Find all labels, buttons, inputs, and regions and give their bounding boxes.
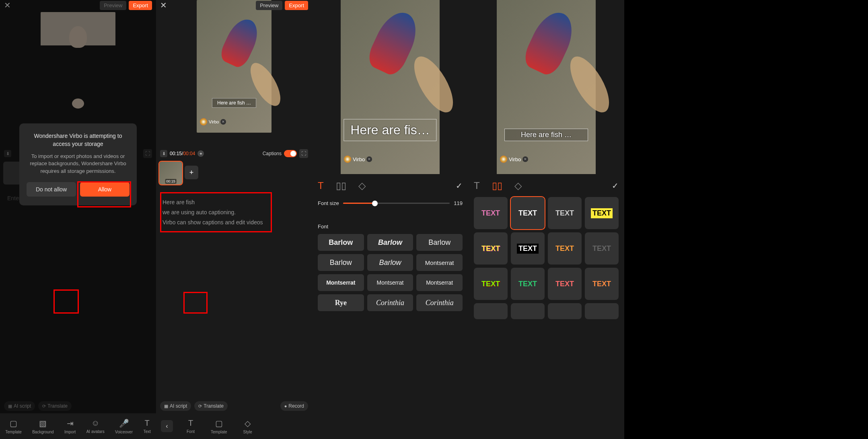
virbo-close-icon[interactable]: ✕ — [522, 156, 528, 162]
font-option[interactable]: Montserrat — [416, 274, 463, 291]
preview-button[interactable]: Preview — [256, 1, 282, 10]
translate-button[interactable]: ⟳Translate — [194, 401, 228, 411]
text-style-option[interactable] — [474, 303, 508, 319]
nav-label: Template — [211, 430, 227, 434]
allow-button[interactable]: Allow — [80, 182, 130, 197]
nav-background[interactable]: ▧Background — [30, 417, 56, 436]
nav-label: Background — [32, 430, 53, 434]
text-style-option[interactable]: TEXT — [585, 268, 619, 300]
text-style-option[interactable]: TEXT — [585, 232, 619, 265]
text-icon: T — [144, 418, 149, 428]
font-option[interactable]: Barlow — [318, 234, 364, 251]
font-option[interactable]: Montserrat — [367, 274, 413, 291]
text-style-option[interactable]: TEXT — [474, 232, 508, 265]
nav-label: Voiceover — [115, 430, 133, 434]
transcript-line: Here are fish — [162, 197, 306, 207]
tab-font[interactable]: T — [474, 180, 480, 191]
video-preview[interactable]: Here are fish … Virbo ✕ — [497, 0, 596, 174]
nav-template[interactable]: ▢Template — [208, 417, 230, 436]
clip-thumbnail[interactable]: 00:15 — [159, 162, 182, 185]
clip-duration: 00:15 — [165, 179, 177, 184]
font-size-slider[interactable] — [343, 203, 450, 204]
transcript-line: Virbo can show captions and edit videos — [162, 217, 306, 228]
font-option[interactable]: Montserrat — [318, 274, 364, 291]
translate-icon: ⟳ — [198, 404, 202, 409]
slider-thumb[interactable] — [372, 201, 378, 206]
ai-script-button[interactable]: ▦AI script — [160, 401, 191, 411]
tab-font[interactable]: T — [318, 180, 324, 191]
close-icon[interactable]: ✕ — [4, 0, 11, 10]
font-size-label: Font size — [318, 200, 339, 206]
transcript-line: we are using auto captioning. — [162, 207, 306, 217]
text-style-option[interactable] — [511, 303, 545, 319]
font-icon: T — [188, 418, 193, 428]
virbo-logo-icon — [344, 156, 351, 163]
virbo-logo-icon — [200, 118, 207, 125]
nav-label: AI avatars — [86, 429, 105, 434]
text-style-option[interactable] — [585, 303, 619, 319]
text-style-option[interactable]: TEXT — [548, 232, 582, 265]
font-option[interactable]: Barlow — [318, 254, 364, 271]
font-option[interactable]: Barlow — [367, 254, 413, 271]
confirm-icon[interactable]: ✓ — [612, 181, 619, 191]
nav-back[interactable]: ‹ — [161, 420, 173, 432]
voiceover-icon: 🎤 — [119, 418, 129, 428]
tab-template[interactable]: ▯▯ — [336, 180, 346, 191]
deny-button[interactable]: Do not allow — [27, 182, 76, 197]
text-style-option[interactable]: TEXT — [474, 197, 508, 229]
highlight-font — [183, 292, 208, 314]
nav-style[interactable]: ◇Style — [241, 417, 255, 436]
text-style-option[interactable]: TEXT — [511, 197, 545, 229]
video-preview[interactable]: Here are fis… Virbo ✕ — [341, 0, 440, 174]
download-icon[interactable]: ⬇ — [160, 150, 167, 157]
nav-import[interactable]: ⇥Import — [62, 417, 78, 436]
text-style-option[interactable]: TEXT — [474, 268, 508, 300]
text-style-option[interactable]: TEXT — [511, 268, 545, 300]
nav-template[interactable]: ▢Template — [3, 417, 24, 436]
export-button[interactable]: Export — [129, 1, 152, 10]
font-option[interactable]: Rye — [318, 294, 364, 311]
text-style-option[interactable]: TEXT — [548, 268, 582, 300]
template-icon: ▢ — [215, 418, 223, 428]
nav-font[interactable]: TFont — [184, 417, 197, 435]
close-icon[interactable]: ✕ — [160, 0, 167, 10]
text-style-option[interactable]: TEXT — [585, 197, 619, 229]
add-clip-icon[interactable]: + — [197, 150, 204, 157]
nav-label: Text — [143, 429, 150, 434]
fullscreen-icon[interactable]: ⛶ — [299, 149, 308, 158]
style-icon: ◇ — [245, 418, 251, 428]
virbo-close-icon[interactable]: ✕ — [366, 156, 372, 162]
nav-text[interactable]: TText — [141, 417, 153, 435]
tab-template[interactable]: ▯▯ — [492, 180, 502, 191]
font-option[interactable]: Barlow — [367, 234, 413, 251]
export-button[interactable]: Export — [285, 1, 308, 10]
video-preview[interactable]: Here are fish … Virbo ✕ — [197, 0, 272, 133]
nav-label: Template — [5, 430, 22, 434]
caption-overlay[interactable]: Here are fish … — [212, 98, 256, 108]
modal-overlay — [0, 0, 156, 439]
confirm-icon[interactable]: ✓ — [456, 181, 463, 191]
font-option[interactable]: Corinthia — [367, 294, 413, 311]
dialog-title: Wondershare Virbo is attempting to acces… — [27, 132, 130, 148]
text-style-option[interactable] — [548, 303, 582, 319]
record-button[interactable]: ●Record — [280, 401, 308, 411]
nav-label: Style — [243, 430, 252, 434]
nav-label: Import — [64, 430, 76, 434]
font-option[interactable]: Corinthia — [416, 294, 463, 311]
text-style-option[interactable]: TEXT — [511, 232, 545, 265]
text-style-option[interactable]: TEXT — [548, 197, 582, 229]
nav-voiceover[interactable]: 🎤Voiceover — [113, 417, 135, 436]
transcript-box[interactable]: Here are fish we are using auto captioni… — [160, 195, 308, 230]
nav-avatars[interactable]: ☺AI avatars — [84, 417, 107, 435]
tab-style[interactable]: ◇ — [514, 180, 522, 191]
add-clip-button[interactable]: + — [185, 166, 198, 179]
caption-overlay[interactable]: Here are fish … — [504, 129, 588, 141]
tab-style[interactable]: ◇ — [358, 180, 366, 191]
caption-overlay[interactable]: Here are fis… — [343, 119, 436, 141]
font-option[interactable]: Montserrat — [416, 254, 463, 271]
font-option[interactable]: Barlow — [416, 234, 463, 251]
preview-button[interactable]: Preview — [100, 1, 126, 10]
captions-toggle[interactable] — [284, 150, 297, 157]
virbo-label: Virbo — [209, 119, 219, 124]
virbo-close-icon[interactable]: ✕ — [220, 119, 226, 125]
